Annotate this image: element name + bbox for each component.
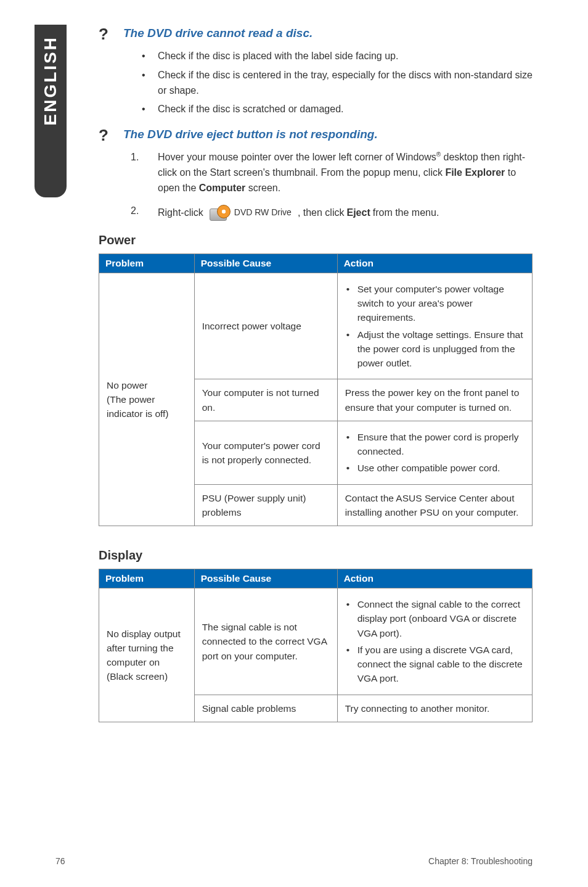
bullet-item: Check if the disc is placed with the lab… xyxy=(142,49,533,64)
col-action-header: Action xyxy=(337,569,532,588)
col-cause-header: Possible Cause xyxy=(194,254,337,273)
action-item: Use other compatible power cord. xyxy=(345,461,525,475)
col-problem-header: Problem xyxy=(99,569,195,588)
page: ENGLISH ? The DVD drive cannot read a di… xyxy=(0,0,588,887)
page-number: 76 xyxy=(55,856,65,866)
question-mark-icon: ? xyxy=(99,25,123,44)
step-number: 1. xyxy=(131,150,158,196)
step-body: Hover your mouse pointer over the lower … xyxy=(158,150,533,196)
bullet-item: Check if the disc is scratched or damage… xyxy=(142,102,533,117)
dvd-drive-icon: DVD RW Drive xyxy=(206,204,295,222)
action-cell: Press the power key on the front panel t… xyxy=(337,379,532,421)
action-item: Connect the signal cable to the correct … xyxy=(345,597,525,640)
disc-icon xyxy=(210,205,231,221)
page-footer: 76 Chapter 8: Troubleshooting xyxy=(55,856,533,866)
cause-cell: PSU (Power supply unit) problems xyxy=(194,484,337,526)
main-content: ? The DVD drive cannot read a disc. Chec… xyxy=(99,25,533,722)
col-action-header: Action xyxy=(337,254,532,273)
table-row: No power (The power indicator is off) In… xyxy=(99,273,533,379)
faq-item-2: ? The DVD drive eject button is not resp… xyxy=(99,126,533,145)
action-cell: Ensure that the power cord is properly c… xyxy=(337,421,532,484)
display-table: Problem Possible Cause Action No display… xyxy=(99,569,533,722)
col-cause-header: Possible Cause xyxy=(194,569,337,588)
table-header-row: Problem Possible Cause Action xyxy=(99,569,533,588)
problem-cell: No power (The power indicator is off) xyxy=(99,273,195,526)
dvd-drive-label: DVD RW Drive xyxy=(234,206,292,220)
display-heading: Display xyxy=(99,548,533,563)
faq-title-1: The DVD drive cannot read a disc. xyxy=(123,25,312,41)
action-cell: Set your computer's power voltage switch… xyxy=(337,273,532,379)
chapter-label: Chapter 8: Troubleshooting xyxy=(428,856,533,866)
power-heading: Power xyxy=(99,233,533,247)
faq-2-steps: 1. Hover your mouse pointer over the low… xyxy=(131,150,533,222)
action-cell: Try connecting to another monitor. xyxy=(337,695,532,722)
step-number: 2. xyxy=(131,204,158,222)
language-label: ENGLISH xyxy=(41,36,60,125)
question-mark-icon: ? xyxy=(99,126,123,145)
step-body: Right-click DVD RW Drive , then click Ej… xyxy=(158,204,533,222)
table-row: No display output after turning the comp… xyxy=(99,588,533,695)
cause-cell: Signal cable problems xyxy=(194,695,337,722)
cause-cell: The signal cable is not connected to the… xyxy=(194,588,337,695)
action-cell: Contact the ASUS Service Center about in… xyxy=(337,484,532,526)
action-item: Ensure that the power cord is properly c… xyxy=(345,430,525,459)
action-item: Set your computer's power voltage switch… xyxy=(345,282,525,325)
problem-cell: No display output after turning the comp… xyxy=(99,588,195,722)
faq-1-bullets: Check if the disc is placed with the lab… xyxy=(142,49,533,117)
table-header-row: Problem Possible Cause Action xyxy=(99,254,533,273)
step-1: 1. Hover your mouse pointer over the low… xyxy=(131,150,533,196)
language-tab: ENGLISH xyxy=(35,25,67,197)
cause-cell: Your computer is not turned on. xyxy=(194,379,337,421)
bullet-item: Check if the disc is centered in the tra… xyxy=(142,68,533,99)
cause-cell: Your computer's power cord is not proper… xyxy=(194,421,337,484)
faq-item-1: ? The DVD drive cannot read a disc. xyxy=(99,25,533,44)
action-cell: Connect the signal cable to the correct … xyxy=(337,588,532,695)
action-item: Adjust the voltage settings. Ensure that… xyxy=(345,328,525,371)
col-problem-header: Problem xyxy=(99,254,195,273)
faq-title-2: The DVD drive eject button is not respon… xyxy=(123,126,378,142)
power-table: Problem Possible Cause Action No power (… xyxy=(99,254,533,526)
action-item: If you are using a discrete VGA card, co… xyxy=(345,643,525,686)
step-2: 2. Right-click DVD RW Drive , then click… xyxy=(131,204,533,222)
cause-cell: Incorrect power voltage xyxy=(194,273,337,379)
